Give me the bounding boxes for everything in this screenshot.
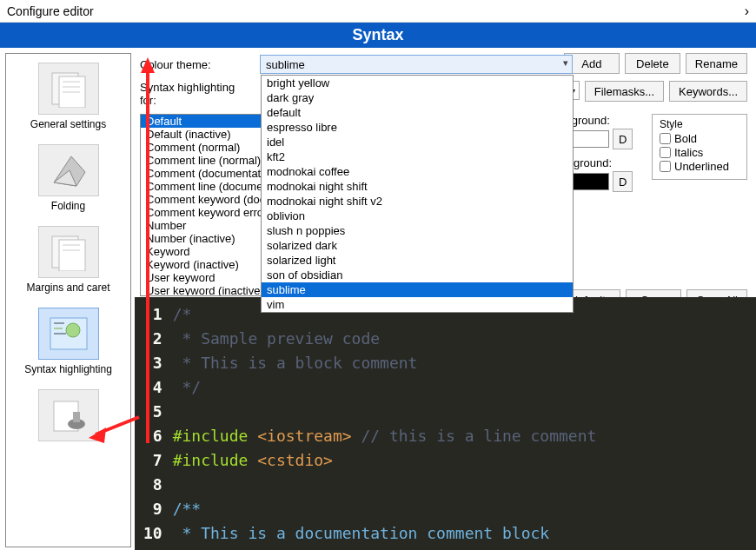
close-icon[interactable]: › [745,3,749,19]
margins-icon [38,226,99,278]
svg-rect-8 [59,240,85,271]
svg-marker-22 [89,427,106,443]
italics-checkbox[interactable]: Italics [660,146,739,159]
syntax-icon [38,308,99,360]
svg-point-12 [66,323,80,337]
theme-option[interactable]: modnokai coffee [262,164,573,179]
theme-option[interactable]: idel [262,135,573,149]
syntax-for-label: Syntax highlighting for: [140,81,253,107]
code-preview: 12345678910 /* * Sample preview code * T… [135,297,756,550]
theme-option[interactable]: solarized dark [262,238,573,253]
theme-option[interactable]: default [262,105,573,120]
theme-option[interactable]: modnokai night shift [262,179,573,194]
theme-option[interactable]: oblivion [262,209,573,223]
document-icon [38,63,99,115]
sidebar-item-label: Folding [51,200,85,212]
theme-option[interactable]: espresso libre [262,120,573,135]
style-group-label: Style [660,118,739,130]
fold-icon [38,144,99,196]
theme-option[interactable]: slush n poppies [262,223,573,238]
colour-theme-dropdown: bright yellowdark graydefaultespresso li… [261,75,574,313]
theme-option[interactable]: bright yellow [262,76,573,90]
theme-option[interactable]: solarized light [262,253,573,268]
colour-theme-combo[interactable]: sublime ▾ bright yellowdark graydefaulte… [260,55,573,74]
theme-option[interactable]: kft2 [262,149,573,164]
underlined-checkbox[interactable]: Underlined [660,160,739,173]
chevron-down-icon: ▾ [563,57,568,69]
theme-option[interactable]: dark gray [262,90,573,105]
page-banner: Syntax [0,23,756,48]
theme-option[interactable]: sublime [262,282,573,297]
theme-option[interactable]: modnokai night shift v2 [262,194,573,209]
theme-option[interactable]: vim [262,297,573,312]
colour-theme-label: Colour theme: [140,58,253,71]
svg-rect-18 [73,412,80,422]
window-title: Configure editor [7,4,745,18]
theme-option[interactable]: son of obsidian [262,268,573,282]
bold-checkbox[interactable]: Bold [660,132,739,145]
colour-theme-value: sublime [266,58,305,71]
svg-marker-20 [141,57,155,73]
foreground-default-button[interactable]: D [613,129,633,149]
background-default-button[interactable]: D [613,171,633,192]
